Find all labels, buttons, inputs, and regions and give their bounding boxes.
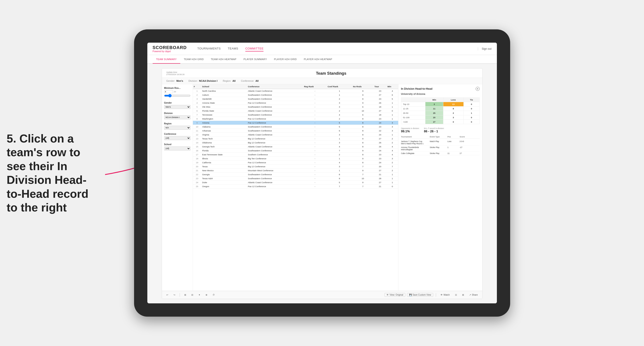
hdh-col-tie: Tie [464,98,480,102]
view-original-button[interactable]: 👁 View: Original [384,293,405,297]
conference-cell: Southeastern Conference [247,149,303,153]
table-row[interactable]: 7TennesseeSoutheastern Conference-46181 [193,113,398,117]
table-row[interactable]: 11ArkansasSoutheastern Conference-68223 [193,129,398,133]
table-row[interactable]: 3VanderbiltSoutheastern Conference-28235 [193,97,398,101]
undo-button[interactable]: ↩ [164,293,170,297]
tab-team-h2h-heatmap[interactable]: TEAM H2H HEATMAP [207,55,240,64]
table-row[interactable]: 8WashingtonPac-12 Conference-28231 [193,117,398,121]
school-cell: Arizona State [201,101,247,105]
division-select[interactable]: NCAA Division I [164,115,190,119]
table-row[interactable]: 25OregonPac-12 Conference-77210 [193,184,398,188]
data-cell: 1 [327,157,352,161]
redo-button[interactable]: ↪ [172,293,177,297]
table-row[interactable]: 14OklahomaBig 12 Conference-38262 [193,141,398,145]
toolbar-action-4[interactable]: ⊕ [204,293,209,297]
conference-cell: Atlantic Coast Conference [247,89,303,93]
tab-team-h2h-grid[interactable]: TEAM H2H GRID [180,55,207,64]
nav-teams[interactable]: TEAMS [228,46,238,51]
hdh-close-button[interactable]: ✕ [476,87,480,91]
hdh-title: In Division Head-to-Head [401,87,432,90]
col-conference: Conference [247,84,303,89]
toolbar-action-3[interactable]: ✦ [197,293,202,297]
data-cell: 5 [327,180,352,184]
hdh-tbody: Top 10 3 13 0 11-25 11 8 0 [401,102,480,124]
table-row[interactable]: Top 10 3 13 0 [401,102,480,107]
hdh-loss-cell: 0 [443,120,464,124]
table-row[interactable]: 5Ole MissSoutheastern Conference-36181 [193,105,398,109]
table-row[interactable]: 26-50 25 2 1 [401,111,480,115]
tab-player-summary[interactable]: PLAYER SUMMARY [240,55,270,64]
table-row[interactable]: 15Georgia TechAtlantic Coast Conference-… [193,145,398,149]
table-row[interactable]: 51-100 20 3 0 [401,115,480,120]
toolbar-action-1[interactable]: ⊞ [182,293,188,297]
save-icon: 💾 [409,294,412,296]
table-row[interactable]: 23Texas A&MSoutheastern Conference-91028… [193,176,398,180]
school-cell: Oregon [201,184,247,188]
table-row[interactable]: 2AuburnSoutheastern Conference-19276 [193,93,398,97]
table-row[interactable]: 16FloridaSoutheastern Conference-79244 [193,149,398,153]
data-cell: 17 [193,153,201,157]
division-sidebar-group: Division NCAA Division I [164,112,190,119]
table-row[interactable]: 6Florida StateAtlantic Coast Conference-… [193,109,398,113]
data-cell: 15 [193,145,201,149]
table-row[interactable]: 18IllinoisBig Ten Conference-19233 [193,157,398,161]
table-row[interactable]: 11-25 11 8 0 [401,107,480,111]
toolbar-icon-2[interactable]: ⊞ [460,293,466,297]
school-cell: Illinois [201,157,247,161]
table-row[interactable]: 24DukeAtlantic Coast Conference-59271 [193,180,398,184]
school-cell: Florida [201,149,247,153]
table-row[interactable]: 12VirginiaAtlantic Coast Conference-3824… [193,133,398,137]
toolbar-icon-1[interactable]: ⊡ [453,293,458,297]
min-rounds-slider[interactable] [164,93,190,98]
share-button[interactable]: ↗ Share [468,293,480,297]
data-cell: 24 [374,149,387,153]
hdh-col-win: Win [425,98,443,102]
table-row[interactable]: 1North CarolinaAtlantic Coast Conference… [193,89,398,93]
panel-title: Team Standings [184,71,478,76]
conference-select[interactable]: (All) [164,136,190,140]
tab-team-summary[interactable]: TEAM SUMMARY [153,55,180,64]
table-row[interactable]: 20TexasBig 12 Conference-37207 [193,165,398,169]
data-cell: 1 [327,93,352,97]
school-cell: Oklahoma [201,141,247,145]
data-cell: - [303,176,327,180]
data-cell: 9 [352,89,374,93]
table-row[interactable]: 4Arizona StatePac-12 Conference-39261 [193,101,398,105]
watch-button[interactable]: 👁 Watch [439,293,452,297]
region-select[interactable]: N/A [164,126,190,130]
table-row[interactable]: 13Texas TechBig 12 Conference-19272 [193,137,398,141]
data-cell: 8 [327,173,352,176]
table-row[interactable]: 10AlabamaSoutheastern Conference-58233 [193,125,398,129]
sign-out-button[interactable]: Sign out [478,47,491,50]
conference-cell: Big 12 Conference [247,141,303,145]
toolbar-clock[interactable]: ⏱ [211,293,216,297]
nav-committee[interactable]: COMMITTEE [245,46,264,51]
conference-cell: Atlantic Coast Conference [247,180,303,184]
table-row[interactable]: 9ArizonaPac-12 Conference-58243 [193,121,398,125]
tab-player-h2h-grid[interactable]: PLAYER H2H GRID [270,55,300,64]
gender-select[interactable]: Men's [164,105,190,109]
table-row[interactable]: 21New MexicoMountain West Conference-192… [193,169,398,173]
table-row[interactable]: >100 27 0 0 [401,120,480,124]
nav-tournaments[interactable]: TOURNAMENTS [197,46,221,51]
school-select[interactable]: (All) [164,147,190,151]
data-cell: 9 [327,176,352,180]
save-custom-button[interactable]: 💾 Save Custom View [407,293,433,297]
logo-area: SCOREBOARD Powered by clippd [153,45,187,53]
table-row[interactable]: 17East Tennessee StateSouthern Conferenc… [193,153,398,157]
division-value: NCAA Division I [199,80,218,82]
col-reg-rank: Reg Rank [303,84,327,89]
toolbar-separator-2 [436,293,436,297]
data-cell: 5 [386,97,398,101]
data-cell: 9 [352,93,374,97]
data-cell: - [303,109,327,113]
instruction-text: 5. Click on a team's row to see their In… [7,132,91,214]
min-rounds-input[interactable] [164,90,173,93]
tourney-name: Cabo Collegiate [401,152,428,155]
school-cell: Alabama [201,125,247,129]
table-row[interactable]: 22GeorgiaSoutheastern Conference-87211 [193,173,398,176]
toolbar-action-2[interactable]: ⊟ [190,293,195,297]
tab-player-h2h-heatmap[interactable]: PLAYER H2H HEATMAP [300,55,336,64]
table-row[interactable]: 19CaliforniaPac-12 Conference-48242 [193,161,398,165]
conference-label: Conference: [241,80,254,82]
